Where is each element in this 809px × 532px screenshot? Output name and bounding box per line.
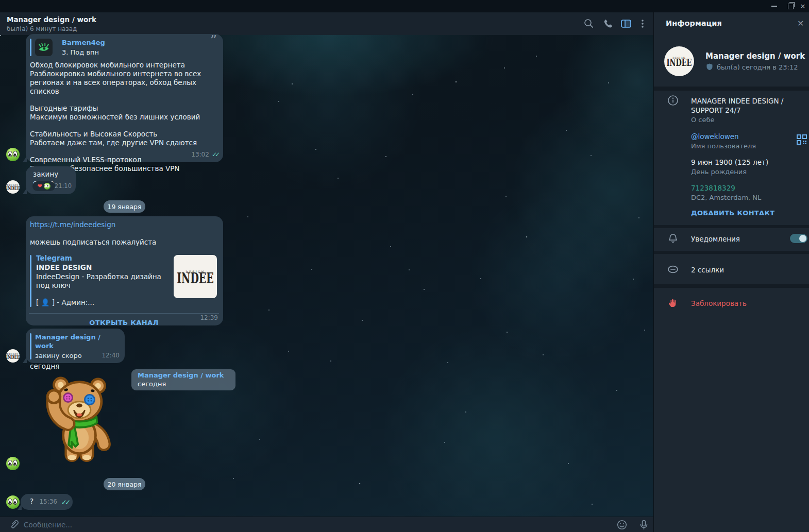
- section-divider: [654, 225, 809, 228]
- message-paragraph: Стабильность и Высокая Скорость Работаем…: [30, 130, 218, 147]
- username-label: Имя пользователя: [691, 142, 756, 150]
- telegram-window: ✕ Manager design / work был(а) 6 минут н…: [0, 0, 809, 532]
- avatar-indee[interactable]: DESIGNINDEE: [6, 349, 20, 363]
- birthday-value: 9 июн 1900 (125 лет): [691, 158, 803, 167]
- bubble-tail: [23, 156, 27, 162]
- profile-last-seen: был(а) сегодня в 23:12: [717, 63, 798, 71]
- search-icon[interactable]: [583, 18, 595, 29]
- phone-call-icon[interactable]: [602, 18, 614, 29]
- quote-icon: ”: [210, 35, 217, 45]
- message-question[interactable]: ? 15:36 ✓✓: [21, 494, 73, 510]
- info-icon: [667, 95, 679, 106]
- message-zakinu[interactable]: закину скоро ❤ 21:10: [26, 166, 76, 194]
- close-icon: ✕: [800, 3, 806, 10]
- preview-thumbnail: DESIGNINDEE: [174, 255, 217, 298]
- close-panel-button[interactable]: ✕: [797, 19, 804, 28]
- profile-name: Manager design / work: [705, 52, 805, 61]
- about-label: О себе: [691, 116, 715, 124]
- link-icon: [667, 264, 679, 275]
- reply-sender-name: Manager design / work: [35, 333, 120, 350]
- profile-avatar[interactable]: DESIGNINDEE: [664, 46, 694, 76]
- message-paragraph: Обход блокировок мобильного интернета Ра…: [30, 61, 218, 96]
- reply-quote[interactable]: Barmen4eg 3. Под впн: [30, 38, 218, 57]
- reply-sender-avatar: [35, 39, 53, 56]
- channel-link[interactable]: https://t.me/indeedesign: [30, 220, 218, 229]
- date-divider: 19 января: [104, 200, 145, 213]
- chat-header: Manager design / work был(а) 6 минут наз…: [0, 12, 653, 35]
- close-window-button[interactable]: ✕: [796, 0, 809, 12]
- section-divider: [654, 251, 809, 254]
- date-divider: 20 января: [104, 478, 145, 490]
- eyes-reaction-icon: [44, 183, 50, 190]
- info-panel: Информация ✕ DESIGNINDEE Manager design …: [653, 12, 809, 532]
- reply-sender-name: Barmen4eg: [62, 38, 218, 47]
- message-paragraph: Выгодные тарифы Максимум возможностей бе…: [30, 104, 218, 122]
- avatar-indee[interactable]: DESIGNINDEE: [6, 180, 20, 194]
- message-text: сегодня: [30, 362, 120, 371]
- sticker-reply-quote[interactable]: Manager design / work сегодня: [131, 369, 235, 390]
- chat-last-seen: был(а) 6 минут назад: [7, 25, 77, 32]
- minimize-button[interactable]: [767, 0, 781, 12]
- read-checks-icon: ✓✓: [209, 150, 218, 159]
- message-segodnya[interactable]: Manager design / work закину скоро сегод…: [26, 329, 125, 363]
- background-stars: [0, 35, 1, 36]
- qr-code-icon[interactable]: [796, 134, 807, 145]
- bubble-tail: [23, 188, 27, 194]
- user-id-label: DC2, Amsterdam, NL: [691, 194, 761, 201]
- barmen-eye-logo-icon: [38, 42, 50, 53]
- message-channel-invite[interactable]: https://t.me/indeedesign можешь подписат…: [26, 216, 223, 325]
- kebab-menu-icon[interactable]: [637, 18, 648, 29]
- message-input[interactable]: Сообщение...: [24, 521, 72, 529]
- avatar-eyes[interactable]: [6, 457, 20, 470]
- preview-bar: [30, 255, 31, 307]
- heart-reaction-icon: ❤: [37, 183, 42, 189]
- avatar-eyes[interactable]: [6, 148, 20, 161]
- window-titlebar: ✕: [0, 0, 809, 12]
- restore-icon: [788, 4, 794, 9]
- message-input-bar: Сообщение...: [0, 517, 653, 532]
- message-time: 12:39: [200, 314, 218, 322]
- preview-description: IndeeDesign - Разработка дизайна под клю…: [36, 272, 167, 290]
- section-divider: [654, 284, 809, 288]
- panel-title: Информация: [666, 19, 722, 27]
- avatar-eyes[interactable]: [6, 495, 20, 509]
- reaction-pill[interactable]: ❤: [32, 181, 55, 191]
- message-time: 12:40: [102, 351, 120, 360]
- message-time: 21:10: [55, 182, 72, 191]
- attach-paperclip-icon[interactable]: [8, 519, 20, 530]
- notifications-toggle[interactable]: [790, 234, 807, 243]
- notifications-label: Уведомления: [691, 235, 740, 243]
- reply-snippet: сегодня: [138, 380, 235, 388]
- shared-links-row[interactable]: 2 ссылки: [691, 266, 724, 274]
- block-user-button[interactable]: Заблокировать: [691, 299, 747, 307]
- toggle-knob: [799, 235, 806, 242]
- reply-sender-name: Manager design / work: [138, 371, 235, 379]
- reply-bar: [30, 39, 31, 56]
- link-preview[interactable]: Telegram INDEE DESIGN IndeeDesign - Разр…: [30, 254, 218, 307]
- user-id-value[interactable]: 7123818329: [691, 183, 803, 193]
- username-value[interactable]: @loweklowen: [691, 132, 803, 141]
- minimize-icon: [771, 6, 777, 7]
- teddy-bear-sticker[interactable]: [38, 372, 121, 468]
- preview-admin-line: [ 👤 ] - Админ:...: [36, 298, 218, 307]
- birthday-label: День рождения: [691, 168, 747, 176]
- shield-icon: [705, 63, 714, 71]
- reply-snippet: 3. Под впн: [62, 48, 218, 57]
- chat-title[interactable]: Manager design / work: [7, 15, 96, 24]
- about-value: MANAGER INDEE DESIGN / SUPPORT 24/7: [691, 96, 803, 115]
- emoji-icon[interactable]: [616, 519, 628, 530]
- message-time: 13:02✓✓: [191, 150, 218, 159]
- add-contact-button[interactable]: ДОБАВИТЬ КОНТАКТ: [691, 209, 774, 217]
- reply-bar: [30, 333, 31, 359]
- section-divider: [654, 87, 809, 91]
- bell-icon: [667, 233, 679, 244]
- microphone-icon[interactable]: [638, 519, 649, 530]
- sidebar-toggle-icon[interactable]: [620, 18, 632, 29]
- bubble-tail: [23, 357, 27, 363]
- read-checks-icon: ✓✓: [61, 498, 69, 507]
- message-time: 15:36: [39, 497, 57, 506]
- message-text: можешь подписаться пожалуйста: [30, 238, 218, 247]
- message-vpn-ad[interactable]: Barmen4eg 3. Под впн Обход блокировок мо…: [26, 34, 223, 162]
- block-hand-icon: [667, 297, 679, 308]
